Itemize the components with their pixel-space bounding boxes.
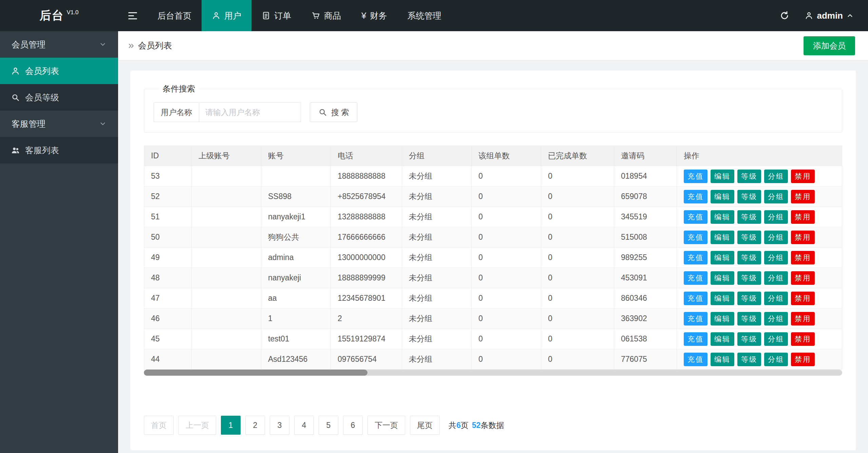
row-action-edit-button[interactable]: 编辑	[711, 190, 734, 203]
nav-item-label: 订单	[274, 10, 291, 21]
row-action-edit-button[interactable]: 编辑	[711, 271, 734, 285]
row-action-level-button[interactable]: 等级	[737, 210, 761, 224]
row-action-group-button[interactable]: 分组	[764, 251, 788, 264]
nav-item-orders[interactable]: 订单	[251, 0, 301, 31]
nav-item-goods[interactable]: 商品	[301, 0, 351, 31]
sidebar-item-member-list[interactable]: 会员列表	[0, 58, 118, 84]
row-action-recharge-button[interactable]: 充值	[684, 292, 707, 305]
cell-group: 未分组	[402, 166, 472, 186]
user-icon	[805, 11, 813, 20]
sidebar-item-service-list[interactable]: 客服列表	[0, 137, 118, 163]
cell-done_orders: 0	[541, 309, 614, 329]
row-action-disable-button[interactable]: 禁用	[791, 210, 815, 224]
row-action-recharge-button[interactable]: 充值	[684, 271, 707, 285]
row-action-disable-button[interactable]: 禁用	[791, 353, 815, 366]
row-action-level-button[interactable]: 等级	[737, 231, 761, 244]
row-action-group-button[interactable]: 分组	[764, 271, 788, 285]
cell-parent	[192, 268, 261, 288]
row-action-group-button[interactable]: 分组	[764, 170, 788, 183]
member-table-body: 5318888888888未分组00018954充值编辑等级分组禁用52SS89…	[144, 166, 842, 370]
add-member-button[interactable]: 添加会员	[804, 36, 855, 55]
refresh-icon[interactable]	[779, 11, 790, 21]
row-action-disable-button[interactable]: 禁用	[791, 292, 815, 305]
row-action-disable-button[interactable]: 禁用	[791, 231, 815, 244]
row-action-disable-button[interactable]: 禁用	[791, 332, 815, 346]
cell-phone: 18888899999	[331, 268, 402, 288]
row-action-recharge-button[interactable]: 充值	[684, 251, 707, 264]
nav-item-label: 系统管理	[407, 10, 441, 21]
row-action-level-button[interactable]: 等级	[737, 312, 761, 326]
row-action-recharge-button[interactable]: 充值	[684, 332, 707, 346]
cell-invite: 453091	[614, 268, 677, 288]
row-action-level-button[interactable]: 等级	[737, 292, 761, 305]
row-action-group-button[interactable]: 分组	[764, 292, 788, 305]
row-action-level-button[interactable]: 等级	[737, 190, 761, 203]
row-action-disable-button[interactable]: 禁用	[791, 312, 815, 326]
row-action-level-button[interactable]: 等级	[737, 251, 761, 264]
table-row: 5318888888888未分组00018954充值编辑等级分组禁用	[144, 166, 842, 186]
row-action-recharge-button[interactable]: 充值	[684, 312, 707, 326]
nav-item-finance[interactable]: ¥ 财务	[351, 0, 397, 31]
row-action-level-button[interactable]: 等级	[737, 332, 761, 346]
username-field-label: 用户名称	[154, 102, 199, 122]
row-action-edit-button[interactable]: 编辑	[711, 353, 734, 366]
row-action-level-button[interactable]: 等级	[737, 271, 761, 285]
cell-group_orders: 0	[472, 329, 541, 349]
scrollbar-thumb[interactable]	[144, 370, 367, 376]
cell-invite: 659078	[614, 186, 677, 207]
nav-item-system[interactable]: 系统管理	[397, 0, 451, 31]
user-menu[interactable]: admin	[805, 11, 854, 21]
row-action-disable-button[interactable]: 禁用	[791, 251, 815, 264]
row-action-recharge-button[interactable]: 充值	[684, 170, 707, 183]
cell-done_orders: 0	[541, 207, 614, 227]
sidebar-item-member-level[interactable]: 会员等级	[0, 84, 118, 111]
row-action-edit-button[interactable]: 编辑	[711, 170, 734, 183]
row-action-edit-button[interactable]: 编辑	[711, 251, 734, 264]
row-action-edit-button[interactable]: 编辑	[711, 231, 734, 244]
row-action-group-button[interactable]: 分组	[764, 353, 788, 366]
row-action-level-button[interactable]: 等级	[737, 353, 761, 366]
col-header-invite-code: 邀请码	[614, 146, 677, 166]
row-action-disable-button[interactable]: 禁用	[791, 271, 815, 285]
cell-actions: 充值编辑等级分组禁用	[677, 309, 842, 329]
pagination-page-6[interactable]: 6	[343, 416, 363, 435]
cell-parent	[192, 186, 261, 207]
pagination-page-5[interactable]: 5	[319, 416, 338, 435]
row-action-recharge-button[interactable]: 充值	[684, 353, 707, 366]
pagination-page-3[interactable]: 3	[270, 416, 289, 435]
row-action-group-button[interactable]: 分组	[764, 190, 788, 203]
pagination-page-4[interactable]: 4	[294, 416, 314, 435]
row-action-edit-button[interactable]: 编辑	[711, 292, 734, 305]
sidebar-toggle-icon[interactable]	[118, 0, 147, 31]
row-action-group-button[interactable]: 分组	[764, 312, 788, 326]
sidebar: 会员管理 会员列表 会员等级 客服管理 客服列表	[0, 31, 118, 453]
username-search-input[interactable]	[199, 102, 301, 122]
pagination-page-1[interactable]: 1	[221, 416, 241, 435]
table-row: 45test0115519129874未分组00061538充值编辑等级分组禁用	[144, 329, 842, 349]
sidebar-group-member-mgmt[interactable]: 会员管理	[0, 31, 118, 58]
row-action-level-button[interactable]: 等级	[737, 170, 761, 183]
row-action-group-button[interactable]: 分组	[764, 332, 788, 346]
pagination-page-2[interactable]: 2	[245, 416, 265, 435]
pagination-next[interactable]: 下一页	[367, 416, 405, 435]
horizontal-scrollbar[interactable]	[144, 370, 842, 376]
cell-phone: 13000000000	[331, 248, 402, 268]
row-action-group-button[interactable]: 分组	[764, 210, 788, 224]
search-panel: 条件搜索 用户名称 搜 索	[144, 83, 842, 133]
nav-item-users[interactable]: 用户	[202, 0, 251, 31]
row-action-recharge-button[interactable]: 充值	[684, 210, 707, 224]
sidebar-group-service-mgmt[interactable]: 客服管理	[0, 111, 118, 137]
row-action-disable-button[interactable]: 禁用	[791, 190, 815, 203]
row-action-recharge-button[interactable]: 充值	[684, 190, 707, 203]
pagination-last[interactable]: 尾页	[410, 416, 440, 435]
row-action-edit-button[interactable]: 编辑	[711, 312, 734, 326]
row-action-group-button[interactable]: 分组	[764, 231, 788, 244]
row-action-recharge-button[interactable]: 充值	[684, 231, 707, 244]
row-action-edit-button[interactable]: 编辑	[711, 332, 734, 346]
row-action-edit-button[interactable]: 编辑	[711, 210, 734, 224]
search-button[interactable]: 搜 索	[310, 102, 357, 122]
top-menu: 后台首页 用户 订单 商品 ¥ 财务 系统管理	[147, 0, 451, 31]
nav-item-home[interactable]: 后台首页	[147, 0, 202, 31]
row-action-disable-button[interactable]: 禁用	[791, 170, 815, 183]
person-icon	[11, 66, 20, 76]
